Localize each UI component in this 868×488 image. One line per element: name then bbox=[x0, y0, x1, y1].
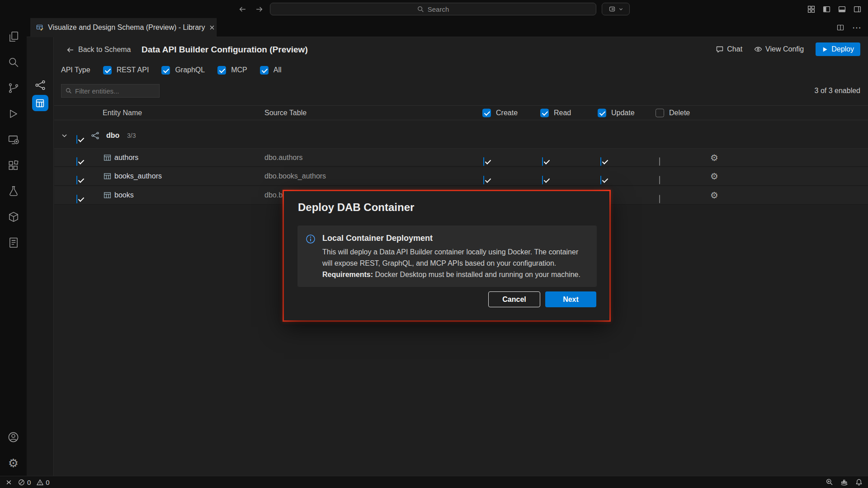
create-checkbox[interactable] bbox=[483, 176, 484, 184]
delete-checkbox[interactable] bbox=[659, 157, 660, 166]
search-icon bbox=[417, 6, 424, 13]
table-row-authors[interactable]: authors dbo.authors ⚙ bbox=[54, 148, 868, 167]
group-name: dbo bbox=[106, 131, 119, 140]
disconnected-server-icon[interactable] bbox=[0, 127, 27, 152]
graphql-label: GraphQL bbox=[175, 66, 205, 74]
forward-history-icon[interactable] bbox=[255, 5, 263, 13]
collapse-chevron-icon[interactable] bbox=[61, 132, 68, 140]
test-beaker-icon[interactable] bbox=[0, 178, 27, 204]
status-bar: 0 0 bbox=[0, 476, 868, 488]
titlebar-run-widget[interactable] bbox=[602, 3, 630, 15]
read-col-label: Read bbox=[554, 109, 571, 117]
table-icon bbox=[104, 173, 111, 180]
command-center-search[interactable]: Search bbox=[270, 3, 596, 15]
info-panel: Local Container Deployment This will dep… bbox=[297, 225, 597, 287]
back-history-icon[interactable] bbox=[239, 5, 246, 13]
run-and-debug-icon[interactable] bbox=[0, 101, 27, 127]
perm-col-create: Create bbox=[482, 108, 518, 117]
eye-icon bbox=[754, 45, 762, 53]
schema-group-row[interactable]: dbo 3/3 bbox=[54, 126, 868, 145]
perm-col-delete: Delete bbox=[656, 108, 690, 117]
update-all-checkbox[interactable] bbox=[598, 108, 606, 117]
cancel-button[interactable]: Cancel bbox=[488, 291, 540, 307]
rest-api-checkbox[interactable] bbox=[103, 66, 112, 75]
create-all-checkbox[interactable] bbox=[482, 108, 491, 117]
toggle-secondary-sidebar-icon[interactable] bbox=[854, 5, 861, 13]
create-checkbox[interactable] bbox=[483, 157, 484, 166]
toggle-primary-sidebar-icon[interactable] bbox=[823, 5, 830, 13]
view-config-button[interactable]: View Config bbox=[754, 45, 804, 53]
warnings-status[interactable]: 0 bbox=[37, 479, 49, 486]
schema-designer-view-icon[interactable] bbox=[34, 80, 46, 91]
filter-entities-box[interactable] bbox=[61, 84, 160, 98]
notifications-bell-icon[interactable] bbox=[855, 479, 863, 486]
activity-bar: ⚙ bbox=[0, 18, 27, 476]
errors-status[interactable]: 0 bbox=[18, 479, 31, 486]
close-tab-icon[interactable] bbox=[209, 24, 215, 31]
all-checkbox[interactable] bbox=[260, 66, 269, 75]
customize-layout-icon[interactable] bbox=[807, 5, 815, 13]
read-checkbox[interactable] bbox=[542, 176, 543, 184]
filter-entities-input[interactable] bbox=[75, 87, 155, 95]
update-checkbox[interactable] bbox=[600, 176, 601, 184]
mcp-checkbox[interactable] bbox=[217, 66, 226, 75]
settings-gear-icon[interactable]: ⚙ bbox=[0, 450, 27, 476]
perm-col-update: Update bbox=[598, 108, 635, 117]
table-icon bbox=[104, 192, 111, 199]
search-icon[interactable] bbox=[0, 49, 27, 75]
row-settings-gear-icon[interactable]: ⚙ bbox=[710, 153, 718, 162]
search-label: Search bbox=[428, 5, 449, 13]
api-option-all[interactable]: All bbox=[260, 66, 282, 75]
warning-icon bbox=[37, 479, 43, 486]
api-option-mcp[interactable]: MCP bbox=[217, 66, 247, 75]
source-control-icon[interactable] bbox=[0, 75, 27, 101]
remote-indicator-icon[interactable] bbox=[5, 479, 12, 486]
read-checkbox[interactable] bbox=[542, 157, 543, 166]
api-option-rest[interactable]: REST API bbox=[103, 66, 149, 75]
back-label: Back to Schema bbox=[78, 46, 131, 54]
entity-name: authors bbox=[114, 154, 138, 162]
more-actions-icon[interactable]: ⋯ bbox=[852, 25, 862, 30]
api-type-row: API Type REST API GraphQL MCP All bbox=[61, 64, 282, 76]
warning-count: 0 bbox=[46, 479, 49, 486]
delete-checkbox[interactable] bbox=[659, 176, 660, 184]
read-all-checkbox[interactable] bbox=[540, 108, 549, 117]
delete-checkbox[interactable] bbox=[659, 195, 660, 203]
row-settings-gear-icon[interactable]: ⚙ bbox=[710, 172, 718, 181]
package-cube-icon[interactable] bbox=[0, 204, 27, 230]
row-select-checkbox[interactable] bbox=[76, 195, 77, 203]
row-settings-gear-icon[interactable]: ⚙ bbox=[710, 191, 718, 200]
back-to-schema-link[interactable]: Back to Schema bbox=[66, 43, 131, 56]
table-row-books-authors[interactable]: books_authors dbo.books_authors ⚙ bbox=[54, 167, 868, 186]
group-count: 3/3 bbox=[127, 132, 136, 139]
update-col-label: Update bbox=[611, 109, 635, 117]
deploy-button[interactable]: Deploy bbox=[816, 42, 860, 56]
graphql-checkbox[interactable] bbox=[161, 66, 170, 75]
delete-col-label: Delete bbox=[669, 109, 690, 117]
toggle-panel-icon[interactable] bbox=[838, 5, 846, 13]
extensions-icon[interactable] bbox=[0, 152, 27, 178]
split-editor-icon[interactable] bbox=[837, 24, 844, 31]
tabbar: Visualize and Design Schema (Preview) - … bbox=[27, 18, 868, 37]
row-select-checkbox[interactable] bbox=[76, 176, 77, 184]
chat-icon bbox=[716, 45, 724, 53]
chat-button[interactable]: Chat bbox=[716, 45, 742, 53]
annotation-highlight-box: Deploy DAB Container Local Container Dep… bbox=[283, 190, 611, 322]
update-checkbox[interactable] bbox=[600, 157, 601, 166]
dab-config-view-icon[interactable] bbox=[32, 95, 48, 111]
zoom-icon[interactable] bbox=[826, 479, 833, 486]
group-select-checkbox[interactable] bbox=[76, 135, 77, 144]
rest-api-label: REST API bbox=[117, 66, 149, 74]
delete-all-checkbox[interactable] bbox=[656, 108, 664, 117]
vscode-window: Search bbox=[0, 0, 868, 488]
api-option-graphql[interactable]: GraphQL bbox=[161, 66, 205, 75]
row-select-checkbox[interactable] bbox=[76, 157, 77, 166]
docker-icon[interactable] bbox=[840, 479, 848, 486]
notebook-file-icon[interactable] bbox=[0, 230, 27, 255]
database-projects-icon[interactable] bbox=[0, 23, 27, 49]
titlebar: Search bbox=[0, 0, 868, 18]
tab-visualize-design-schema[interactable]: Visualize and Design Schema (Preview) - … bbox=[30, 18, 217, 37]
next-button[interactable]: Next bbox=[545, 291, 596, 307]
accounts-icon[interactable] bbox=[0, 424, 27, 450]
dialog-title: Deploy DAB Container bbox=[298, 201, 414, 214]
